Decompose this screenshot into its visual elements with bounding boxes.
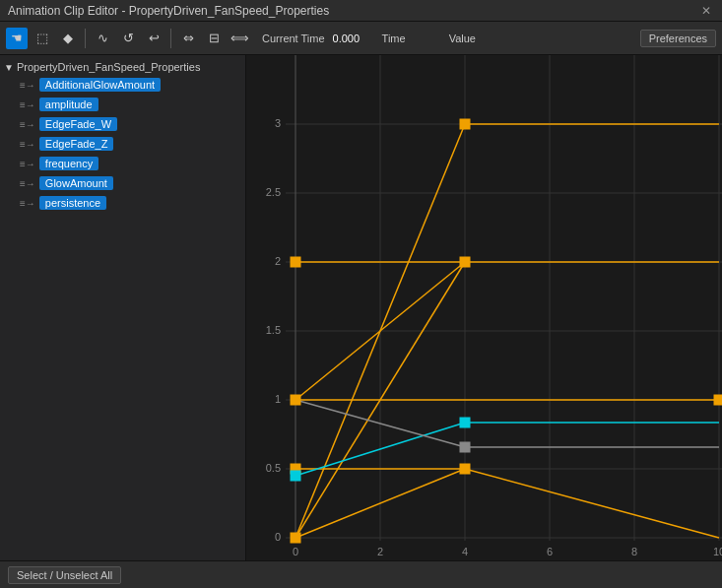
tree-item-label: amplitude: [39, 98, 98, 111]
svg-rect-47: [460, 257, 470, 267]
toolbar-separator-1: [85, 29, 86, 48]
svg-rect-51: [291, 471, 300, 481]
snap-tool-button[interactable]: ⇔: [177, 28, 199, 49]
svg-text:1.5: 1.5: [266, 324, 281, 336]
select-unselect-all-button[interactable]: Select / Unselect All: [8, 566, 121, 584]
current-time-label: Current Time: [262, 33, 325, 44]
tree-item[interactable]: ≡→EdgeFade_W: [0, 114, 245, 134]
expand-tool-button[interactable]: ⟺: [229, 28, 250, 49]
current-time-value: 0.000: [333, 33, 362, 44]
tree-item-icon: ≡→: [20, 159, 35, 169]
tree-item-label: persistence: [39, 196, 106, 210]
title-text: Animation Clip Editor - PropertyDriven_F…: [8, 4, 329, 18]
title-bar: Animation Clip Editor - PropertyDriven_F…: [0, 0, 722, 22]
svg-text:6: 6: [547, 546, 553, 557]
svg-text:2: 2: [275, 255, 281, 267]
graph-panel[interactable]: 0 0.5 1 1.5 2 2.5 3 0 2 4 6 8 10: [246, 55, 722, 560]
svg-text:0.5: 0.5: [266, 462, 281, 474]
close-button[interactable]: ✕: [698, 4, 714, 18]
hand-tool-button[interactable]: ☚: [6, 28, 28, 49]
tree-item[interactable]: ≡→GlowAmount: [0, 173, 245, 193]
tree-item-icon: ≡→: [20, 178, 35, 189]
curve-tool-button[interactable]: ∿: [92, 28, 113, 49]
svg-rect-44: [291, 533, 300, 543]
diamond-tool-button[interactable]: ◆: [57, 28, 79, 49]
toolbar-separator-2: [170, 29, 171, 48]
frame-tool-button[interactable]: ⊟: [203, 28, 225, 49]
tree-item-label: GlowAmount: [39, 176, 113, 190]
tree-item-icon: ≡→: [20, 198, 35, 209]
tree-item-icon: ≡→: [20, 80, 35, 91]
svg-text:2.5: 2.5: [266, 186, 281, 198]
tree-root[interactable]: ▼ PropertyDriven_FanSpeed_Properties: [0, 59, 245, 75]
svg-text:0: 0: [293, 546, 298, 557]
svg-text:8: 8: [631, 546, 637, 557]
svg-text:2: 2: [377, 546, 383, 557]
tree-item-icon: ≡→: [20, 119, 35, 130]
value-label: Value: [449, 33, 476, 44]
tree-item-icon: ≡→: [20, 139, 35, 150]
loop-tool-button[interactable]: ↺: [117, 28, 139, 49]
tree-item[interactable]: ≡→amplitude: [0, 95, 245, 114]
tree-item[interactable]: ≡→persistence: [0, 193, 245, 213]
svg-text:0: 0: [275, 531, 281, 543]
svg-rect-50: [460, 418, 470, 427]
bottom-bar: Select / Unselect All: [0, 560, 722, 588]
tree-item-label: EdgeFade_Z: [39, 137, 114, 151]
tree-item-label: EdgeFade_W: [39, 117, 117, 131]
graph-svg: 0 0.5 1 1.5 2 2.5 3 0 2 4 6 8 10: [246, 55, 722, 560]
tree-items-container: ≡→AdditionalGlowAmount≡→amplitude≡→EdgeF…: [0, 75, 245, 213]
left-panel: ▼ PropertyDriven_FanSpeed_Properties ≡→A…: [0, 55, 246, 560]
select-tool-button[interactable]: ⬚: [32, 28, 53, 49]
svg-rect-43: [291, 257, 300, 267]
svg-text:3: 3: [275, 117, 281, 129]
svg-text:1: 1: [275, 393, 281, 405]
svg-text:4: 4: [462, 546, 468, 557]
tree-root-label: PropertyDriven_FanSpeed_Properties: [17, 61, 201, 73]
undo-tool-button[interactable]: ↩: [143, 28, 164, 49]
tree-item-label: frequency: [39, 157, 98, 170]
svg-rect-48: [460, 464, 470, 474]
tree-item[interactable]: ≡→EdgeFade_Z: [0, 134, 245, 154]
time-label: Time: [382, 33, 406, 44]
tree-item[interactable]: ≡→frequency: [0, 154, 245, 173]
svg-rect-46: [460, 119, 470, 129]
svg-rect-52: [460, 442, 470, 452]
tree-item-label: AdditionalGlowAmount: [39, 78, 161, 92]
svg-rect-42: [291, 395, 300, 405]
tree-arrow-icon: ▼: [4, 62, 14, 73]
tree-item-icon: ≡→: [20, 99, 35, 110]
toolbar: ☚ ⬚ ◆ ∿ ↺ ↩ ⇔ ⊟ ⟺ Current Time 0.000 Tim…: [0, 22, 722, 55]
main-area: ▼ PropertyDriven_FanSpeed_Properties ≡→A…: [0, 55, 722, 560]
svg-text:10: 10: [713, 546, 722, 557]
tree-item[interactable]: ≡→AdditionalGlowAmount: [0, 75, 245, 95]
preferences-button[interactable]: Preferences: [640, 30, 716, 47]
svg-rect-49: [714, 395, 722, 405]
